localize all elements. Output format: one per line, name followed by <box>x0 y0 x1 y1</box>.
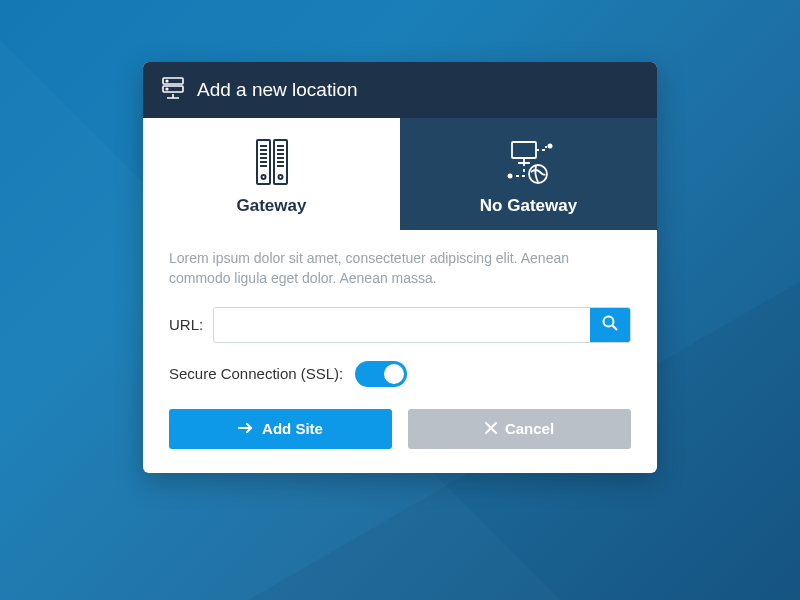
toggle-knob <box>384 364 404 384</box>
ssl-label: Secure Connection (SSL): <box>169 365 343 382</box>
svg-point-20 <box>261 175 265 179</box>
modal-title: Add a new location <box>197 79 358 101</box>
arrow-right-icon <box>238 420 254 437</box>
url-label: URL: <box>169 316 203 333</box>
tab-no-gateway-label: No Gateway <box>400 196 657 216</box>
button-row: Add Site Cancel <box>169 409 631 449</box>
url-input[interactable] <box>214 308 590 342</box>
cancel-label: Cancel <box>505 420 554 437</box>
ssl-row: Secure Connection (SSL): <box>169 361 631 387</box>
server-icon <box>161 76 185 104</box>
svg-rect-22 <box>512 142 536 158</box>
svg-line-29 <box>613 325 618 330</box>
no-gateway-icon <box>400 136 657 188</box>
add-site-label: Add Site <box>262 420 323 437</box>
url-input-group <box>213 307 631 343</box>
add-site-button[interactable]: Add Site <box>169 409 392 449</box>
search-icon <box>601 314 619 336</box>
tab-gateway-label: Gateway <box>143 196 400 216</box>
svg-point-21 <box>278 175 282 179</box>
svg-point-27 <box>507 174 512 179</box>
svg-point-26 <box>547 144 552 149</box>
modal-header: Add a new location <box>143 62 657 118</box>
tab-no-gateway[interactable]: No Gateway <box>400 118 657 230</box>
svg-point-3 <box>166 88 168 90</box>
tab-gateway[interactable]: Gateway <box>143 118 400 230</box>
svg-point-28 <box>604 316 614 326</box>
close-icon <box>485 420 497 437</box>
ssl-toggle[interactable] <box>355 361 407 387</box>
add-location-modal: Add a new location Gateway <box>143 62 657 473</box>
cancel-button[interactable]: Cancel <box>408 409 631 449</box>
svg-point-2 <box>166 80 168 82</box>
gateway-icon <box>143 136 400 188</box>
modal-body: Lorem ipsum dolor sit amet, consectetuer… <box>143 230 657 473</box>
url-row: URL: <box>169 307 631 343</box>
description-text: Lorem ipsum dolor sit amet, consectetuer… <box>169 248 631 289</box>
search-button[interactable] <box>590 308 630 342</box>
tabs: Gateway No Gateway <box>143 118 657 230</box>
